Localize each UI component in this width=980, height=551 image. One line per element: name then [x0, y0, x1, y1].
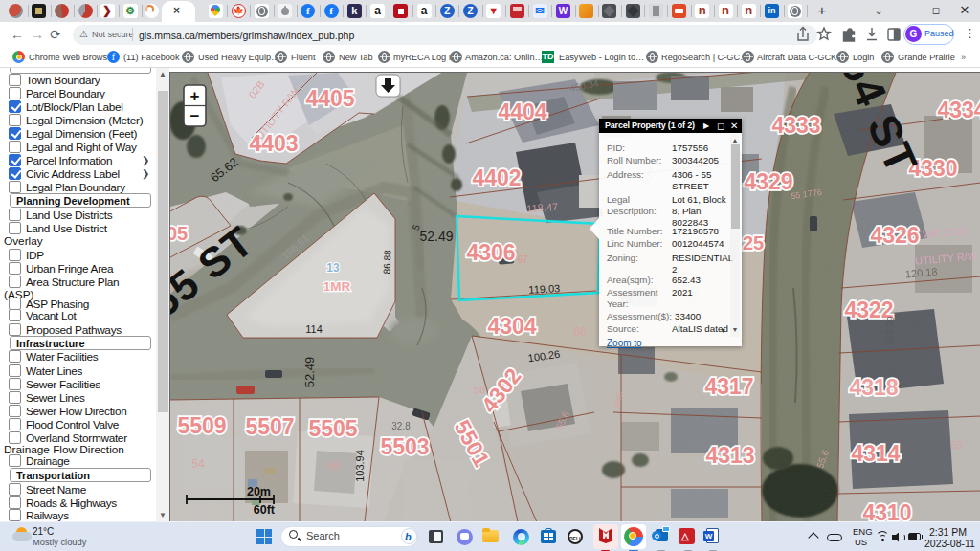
svg-text:60ft: 60ft: [254, 503, 276, 517]
svg-text:+: +: [190, 87, 200, 105]
svg-text:−: −: [190, 107, 200, 125]
svg-text:20m: 20m: [247, 485, 271, 498]
